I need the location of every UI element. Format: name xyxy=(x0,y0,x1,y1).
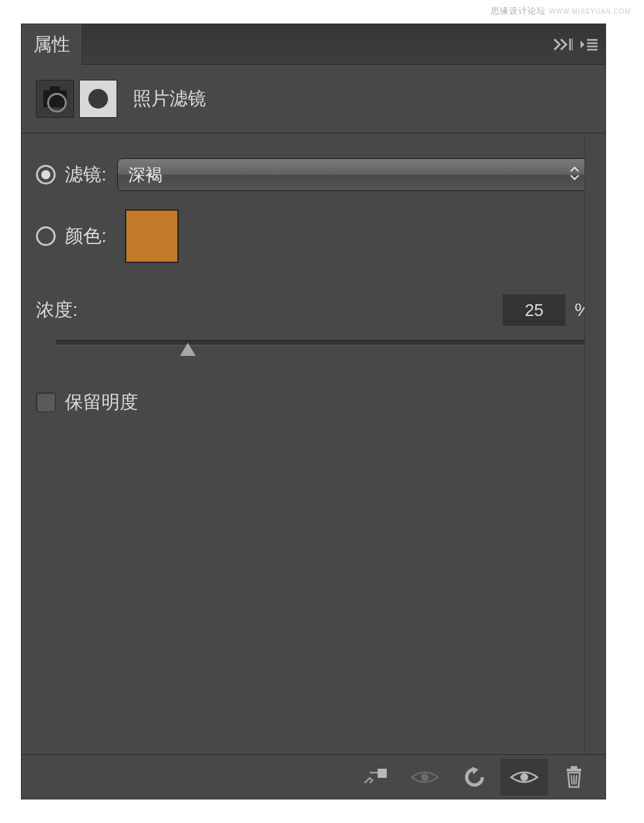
filter-radio[interactable] xyxy=(36,165,56,184)
svg-rect-7 xyxy=(378,769,387,778)
color-swatch[interactable] xyxy=(125,209,179,263)
dropdown-arrows-icon xyxy=(569,166,580,184)
mask-icon xyxy=(88,89,108,109)
view-previous-state-button[interactable] xyxy=(401,759,448,796)
watermark: 思缘设计论坛 WWW.MISSYUAN.COM xyxy=(491,5,631,17)
slider-thumb[interactable] xyxy=(180,343,196,356)
panel-header: 属性 xyxy=(22,24,605,65)
filter-row: 滤镜: 深褐 xyxy=(36,158,591,191)
watermark-en: WWW.MISSYUAN.COM xyxy=(549,8,631,15)
panel-title: 属性 xyxy=(33,32,70,57)
preserve-luminosity-label: 保留明度 xyxy=(65,390,138,415)
adjustment-header: 照片滤镜 xyxy=(22,65,605,133)
panel-menu-icon[interactable] xyxy=(581,38,598,51)
density-label: 浓度: xyxy=(36,298,78,323)
filter-dropdown-value: 深褐 xyxy=(128,164,162,186)
layer-mask-button[interactable] xyxy=(79,80,117,118)
color-label: 颜色: xyxy=(65,224,107,249)
panel-header-spacer xyxy=(82,24,605,65)
svg-rect-10 xyxy=(567,769,581,771)
collapse-icon[interactable] xyxy=(553,38,573,51)
watermark-cn: 思缘设计论坛 xyxy=(491,6,546,16)
camera-icon xyxy=(43,90,67,107)
preserve-luminosity-checkbox[interactable] xyxy=(36,393,56,412)
density-row: 浓度: % xyxy=(36,294,591,326)
reset-button[interactable] xyxy=(451,759,498,796)
toggle-visibility-button[interactable] xyxy=(501,759,548,796)
clip-to-layer-button[interactable] xyxy=(351,759,399,796)
color-radio[interactable] xyxy=(36,226,56,246)
delete-button[interactable] xyxy=(550,759,598,796)
filter-label: 滤镜: xyxy=(65,162,107,187)
adjustment-type-icon[interactable] xyxy=(36,80,74,118)
svg-line-12 xyxy=(571,775,572,784)
svg-point-8 xyxy=(421,773,429,781)
panel-content: 滤镜: 深褐 颜色: 浓度: % xyxy=(22,133,605,754)
preserve-luminosity-row: 保留明度 xyxy=(36,390,591,415)
svg-point-9 xyxy=(520,773,528,781)
density-input[interactable] xyxy=(503,294,565,326)
density-slider[interactable] xyxy=(56,338,584,357)
bottom-bar xyxy=(22,754,605,799)
properties-panel: 属性 xyxy=(21,24,606,799)
slider-track xyxy=(56,340,584,345)
panel-tab-properties[interactable]: 属性 xyxy=(22,24,82,65)
scrollbar[interactable] xyxy=(584,133,605,754)
color-row: 颜色: xyxy=(36,209,591,263)
adjustment-type-label: 照片滤镜 xyxy=(133,86,206,111)
svg-rect-11 xyxy=(571,766,577,769)
svg-line-14 xyxy=(576,775,577,784)
filter-dropdown[interactable]: 深褐 xyxy=(117,158,591,191)
